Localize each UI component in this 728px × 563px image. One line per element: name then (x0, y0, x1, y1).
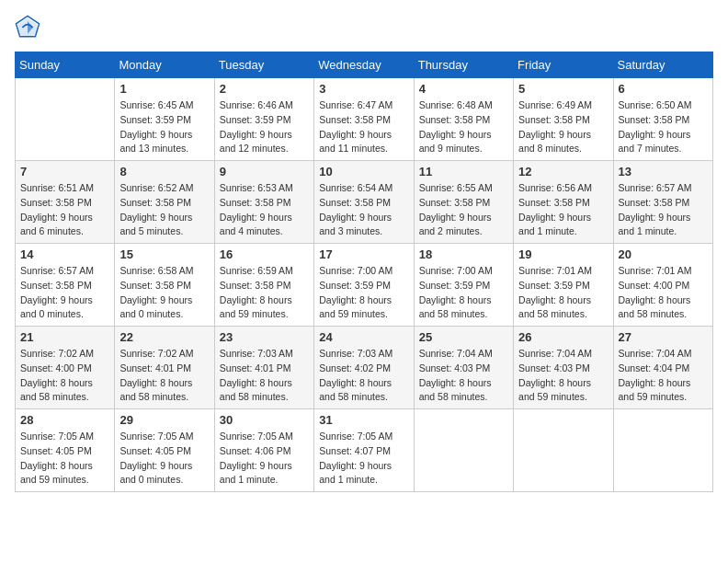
weekday-header-row: SundayMondayTuesdayWednesdayThursdayFrid… (16, 52, 713, 78)
day-number: 1 (119, 82, 209, 96)
day-number: 26 (518, 330, 608, 344)
day-number: 10 (319, 165, 408, 178)
page-header (15, 15, 713, 40)
day-info: Sunrise: 6:49 AMSunset: 3:58 PMDaylight:… (518, 98, 608, 156)
day-info: Sunrise: 6:57 AMSunset: 3:58 PMDaylight:… (20, 264, 109, 322)
day-info: Sunrise: 7:00 AMSunset: 3:59 PMDaylight:… (319, 264, 408, 322)
day-info: Sunrise: 6:59 AMSunset: 3:58 PMDaylight:… (220, 264, 309, 322)
calendar-cell: 11Sunrise: 6:55 AMSunset: 3:58 PMDayligh… (414, 161, 513, 244)
day-number: 8 (119, 165, 209, 178)
calendar-week-1: 1Sunrise: 6:45 AMSunset: 3:59 PMDaylight… (16, 78, 713, 161)
calendar-cell (613, 409, 712, 492)
day-number: 16 (220, 247, 309, 261)
calendar-cell: 7Sunrise: 6:51 AMSunset: 3:58 PMDaylight… (16, 161, 115, 244)
calendar-week-3: 14Sunrise: 6:57 AMSunset: 3:58 PMDayligh… (16, 244, 713, 327)
calendar-cell: 2Sunrise: 6:46 AMSunset: 3:59 PMDaylight… (214, 78, 313, 161)
day-number: 30 (220, 413, 309, 427)
calendar-cell: 30Sunrise: 7:05 AMSunset: 4:06 PMDayligh… (214, 409, 313, 492)
day-number: 15 (119, 247, 209, 261)
day-info: Sunrise: 6:58 AMSunset: 3:58 PMDaylight:… (119, 264, 209, 322)
weekday-header-wednesday: Wednesday (314, 52, 414, 78)
day-info: Sunrise: 7:05 AMSunset: 4:05 PMDaylight:… (119, 430, 209, 488)
day-info: Sunrise: 7:05 AMSunset: 4:05 PMDaylight:… (20, 430, 109, 488)
day-number: 27 (619, 330, 708, 344)
weekday-header-saturday: Saturday (613, 52, 712, 78)
day-number: 14 (20, 247, 109, 261)
day-number: 18 (419, 247, 508, 261)
day-number: 5 (518, 82, 608, 96)
calendar-cell (514, 409, 613, 492)
day-number: 7 (20, 165, 109, 178)
day-info: Sunrise: 7:02 AMSunset: 4:00 PMDaylight:… (20, 347, 109, 405)
calendar-week-5: 28Sunrise: 7:05 AMSunset: 4:05 PMDayligh… (16, 409, 713, 492)
calendar-cell: 23Sunrise: 7:03 AMSunset: 4:01 PMDayligh… (214, 327, 313, 409)
calendar-cell: 24Sunrise: 7:03 AMSunset: 4:02 PMDayligh… (314, 327, 414, 409)
day-number: 17 (319, 247, 408, 261)
calendar-cell: 27Sunrise: 7:04 AMSunset: 4:04 PMDayligh… (613, 327, 712, 409)
day-info: Sunrise: 7:04 AMSunset: 4:03 PMDaylight:… (518, 347, 608, 405)
calendar-cell: 9Sunrise: 6:53 AMSunset: 3:58 PMDaylight… (214, 161, 313, 244)
day-info: Sunrise: 6:55 AMSunset: 3:58 PMDaylight:… (419, 181, 508, 239)
calendar-cell: 3Sunrise: 6:47 AMSunset: 3:58 PMDaylight… (314, 78, 414, 161)
calendar-cell: 22Sunrise: 7:02 AMSunset: 4:01 PMDayligh… (115, 327, 214, 409)
day-info: Sunrise: 7:03 AMSunset: 4:01 PMDaylight:… (220, 347, 309, 405)
calendar-week-4: 21Sunrise: 7:02 AMSunset: 4:00 PMDayligh… (16, 327, 713, 409)
calendar-cell: 12Sunrise: 6:56 AMSunset: 3:58 PMDayligh… (514, 161, 613, 244)
day-number: 9 (220, 165, 309, 178)
logo-icon (15, 15, 40, 40)
calendar-cell: 31Sunrise: 7:05 AMSunset: 4:07 PMDayligh… (314, 409, 414, 492)
weekday-header-monday: Monday (115, 52, 214, 78)
calendar-cell: 25Sunrise: 7:04 AMSunset: 4:03 PMDayligh… (414, 327, 513, 409)
day-info: Sunrise: 7:05 AMSunset: 4:06 PMDaylight:… (220, 430, 309, 488)
day-number: 20 (619, 247, 708, 261)
day-info: Sunrise: 6:50 AMSunset: 3:58 PMDaylight:… (619, 98, 708, 156)
calendar-cell: 4Sunrise: 6:48 AMSunset: 3:58 PMDaylight… (414, 78, 513, 161)
day-info: Sunrise: 7:01 AMSunset: 4:00 PMDaylight:… (619, 264, 708, 322)
day-info: Sunrise: 6:54 AMSunset: 3:58 PMDaylight:… (319, 181, 408, 239)
day-info: Sunrise: 7:04 AMSunset: 4:04 PMDaylight:… (619, 347, 708, 405)
calendar-cell: 5Sunrise: 6:49 AMSunset: 3:58 PMDaylight… (514, 78, 613, 161)
calendar-cell: 1Sunrise: 6:45 AMSunset: 3:59 PMDaylight… (115, 78, 214, 161)
day-info: Sunrise: 7:04 AMSunset: 4:03 PMDaylight:… (419, 347, 508, 405)
day-info: Sunrise: 6:51 AMSunset: 3:58 PMDaylight:… (20, 181, 109, 239)
weekday-header-sunday: Sunday (16, 52, 115, 78)
day-number: 24 (319, 330, 408, 344)
calendar-cell: 15Sunrise: 6:58 AMSunset: 3:58 PMDayligh… (115, 244, 214, 327)
day-info: Sunrise: 7:02 AMSunset: 4:01 PMDaylight:… (119, 347, 209, 405)
logo (15, 15, 44, 40)
day-number: 13 (619, 165, 708, 178)
calendar-week-2: 7Sunrise: 6:51 AMSunset: 3:58 PMDaylight… (16, 161, 713, 244)
day-number: 31 (319, 413, 408, 427)
day-number: 19 (518, 247, 608, 261)
calendar-cell (414, 409, 513, 492)
day-number: 22 (119, 330, 209, 344)
weekday-header-tuesday: Tuesday (214, 52, 313, 78)
day-info: Sunrise: 7:00 AMSunset: 3:59 PMDaylight:… (419, 264, 508, 322)
day-info: Sunrise: 6:57 AMSunset: 3:58 PMDaylight:… (619, 181, 708, 239)
day-number: 3 (319, 82, 408, 96)
day-number: 6 (619, 82, 708, 96)
day-number: 29 (119, 413, 209, 427)
day-info: Sunrise: 6:48 AMSunset: 3:58 PMDaylight:… (419, 98, 508, 156)
day-info: Sunrise: 7:03 AMSunset: 4:02 PMDaylight:… (319, 347, 408, 405)
calendar-cell: 10Sunrise: 6:54 AMSunset: 3:58 PMDayligh… (314, 161, 414, 244)
day-number: 11 (419, 165, 508, 178)
calendar-cell (16, 78, 115, 161)
calendar-cell: 8Sunrise: 6:52 AMSunset: 3:58 PMDaylight… (115, 161, 214, 244)
weekday-header-friday: Friday (514, 52, 613, 78)
day-number: 21 (20, 330, 109, 344)
day-info: Sunrise: 6:45 AMSunset: 3:59 PMDaylight:… (119, 98, 209, 156)
day-info: Sunrise: 7:05 AMSunset: 4:07 PMDaylight:… (319, 430, 408, 488)
calendar-cell: 16Sunrise: 6:59 AMSunset: 3:58 PMDayligh… (214, 244, 313, 327)
calendar-cell: 19Sunrise: 7:01 AMSunset: 3:59 PMDayligh… (514, 244, 613, 327)
calendar-cell: 14Sunrise: 6:57 AMSunset: 3:58 PMDayligh… (16, 244, 115, 327)
calendar-table: SundayMondayTuesdayWednesdayThursdayFrid… (15, 52, 713, 492)
day-info: Sunrise: 6:56 AMSunset: 3:58 PMDaylight:… (518, 181, 608, 239)
day-info: Sunrise: 6:52 AMSunset: 3:58 PMDaylight:… (119, 181, 209, 239)
day-number: 2 (220, 82, 309, 96)
calendar-cell: 20Sunrise: 7:01 AMSunset: 4:00 PMDayligh… (613, 244, 712, 327)
calendar-cell: 13Sunrise: 6:57 AMSunset: 3:58 PMDayligh… (613, 161, 712, 244)
calendar-cell: 26Sunrise: 7:04 AMSunset: 4:03 PMDayligh… (514, 327, 613, 409)
day-info: Sunrise: 7:01 AMSunset: 3:59 PMDaylight:… (518, 264, 608, 322)
day-number: 4 (419, 82, 508, 96)
